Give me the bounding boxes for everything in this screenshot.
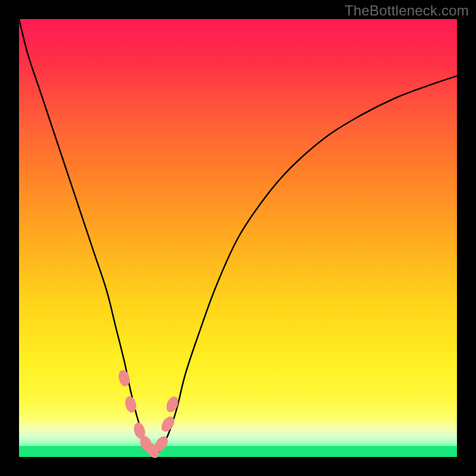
chart-frame: TheBottleneck.com <box>0 0 476 476</box>
baseline-strip <box>19 446 457 457</box>
watermark-text: TheBottleneck.com <box>345 2 469 19</box>
bottleneck-curve-chart <box>0 0 476 476</box>
